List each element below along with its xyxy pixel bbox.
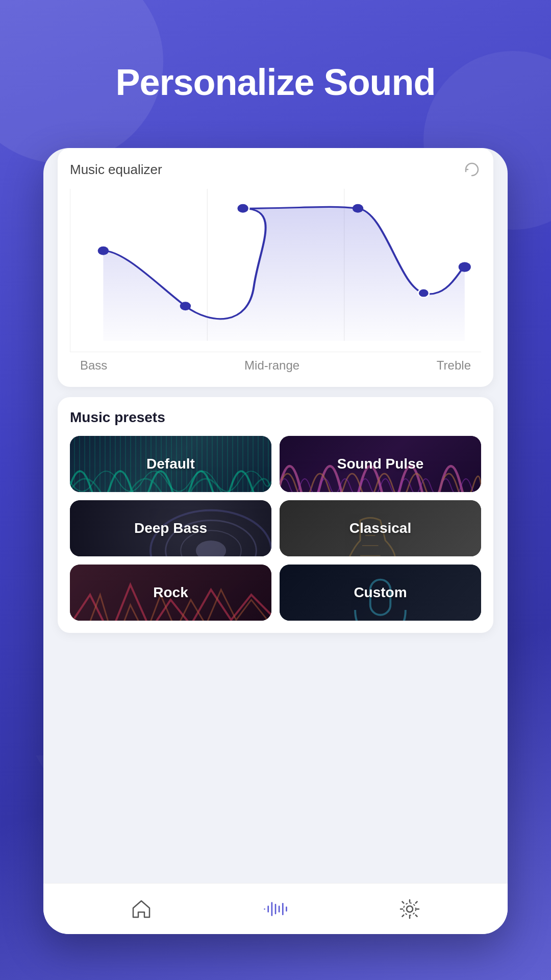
treble-label: Treble — [437, 358, 471, 373]
svg-point-17 — [196, 541, 226, 556]
scroll-area[interactable]: Music equalizer — [43, 148, 508, 883]
bottom-nav — [43, 883, 508, 934]
preset-classical-label: Classical — [349, 520, 411, 536]
home-nav-button[interactable] — [129, 896, 154, 922]
preset-default-label: Default — [146, 456, 195, 472]
eq-header: Music equalizer — [70, 160, 481, 179]
preset-default-button[interactable]: Default — [70, 436, 271, 492]
preset-deepbass-label: Deep Bass — [134, 520, 207, 536]
preset-custom-label: Custom — [354, 584, 407, 601]
svg-point-12 — [418, 289, 429, 298]
preset-rock-button[interactable]: Rock — [70, 565, 271, 621]
phone-card: 12:30 Equalizer Music equalizer — [43, 148, 508, 934]
sound-nav-button[interactable] — [263, 896, 288, 922]
presets-grid: Default Sound Pulse — [70, 436, 481, 621]
settings-nav-button[interactable] — [397, 896, 422, 922]
refresh-icon[interactable] — [463, 160, 481, 179]
presets-title: Music presets — [70, 409, 481, 426]
preset-soundpulse-label: Sound Pulse — [337, 456, 424, 472]
svg-point-28 — [407, 906, 413, 912]
preset-rock-label: Rock — [153, 584, 188, 601]
home-icon — [130, 898, 153, 920]
eq-freq-labels: Bass Mid-range Treble — [70, 352, 481, 373]
waveform-icon — [263, 898, 288, 920]
settings-icon — [398, 898, 421, 920]
presets-section: Music presets Default — [58, 397, 493, 633]
bass-label: Bass — [80, 358, 107, 373]
svg-point-9 — [180, 302, 191, 310]
svg-point-29 — [404, 903, 416, 915]
equalizer-section: Music equalizer — [58, 148, 493, 387]
mid-label: Mid-range — [244, 358, 299, 373]
eq-section-label: Music equalizer — [70, 162, 162, 178]
eq-chart — [70, 189, 481, 352]
preset-deepbass-button[interactable]: Deep Bass — [70, 500, 271, 556]
page-title: Personalize Sound — [0, 61, 551, 103]
svg-point-13 — [459, 262, 471, 272]
svg-point-11 — [353, 204, 363, 213]
svg-point-10 — [237, 204, 249, 213]
preset-classical-button[interactable]: Classical — [280, 500, 481, 556]
preset-custom-button[interactable]: Custom — [280, 565, 481, 621]
svg-point-8 — [98, 247, 109, 255]
preset-soundpulse-button[interactable]: Sound Pulse — [280, 436, 481, 492]
